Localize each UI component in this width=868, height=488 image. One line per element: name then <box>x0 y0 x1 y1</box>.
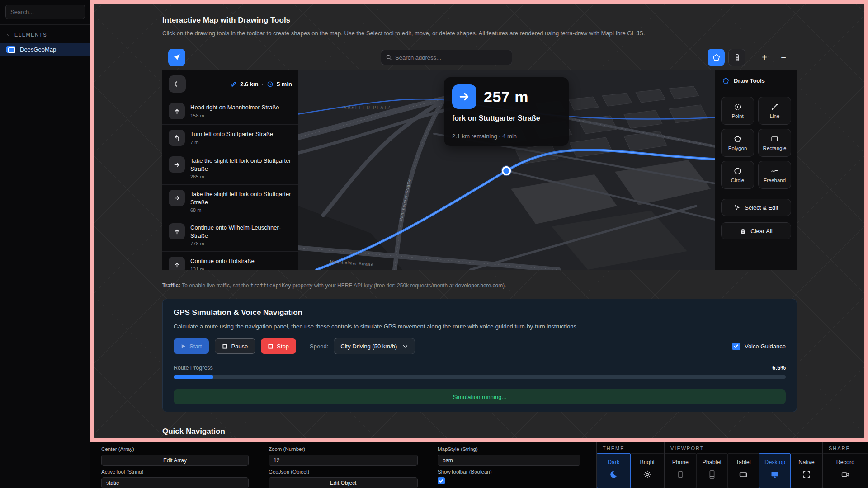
tool-polygon[interactable]: Polygon <box>721 129 754 157</box>
phone-icon <box>676 470 685 479</box>
page-title: Interactive Map with Drawing Tools <box>162 16 290 25</box>
gps-marker <box>503 167 510 175</box>
pause-button[interactable]: Pause <box>215 338 255 354</box>
showtoolbar-checkbox[interactable] <box>438 477 445 484</box>
point-icon <box>733 103 742 111</box>
select-edit-button[interactable]: Select & Edit <box>721 199 791 216</box>
viewport-phone-tile[interactable]: Phone <box>665 453 696 488</box>
draw-tools-toggle-button[interactable] <box>708 49 725 66</box>
progress-fill <box>174 375 213 379</box>
rectangle-icon <box>770 135 779 143</box>
start-button[interactable]: Start <box>174 338 209 354</box>
props-sections: THEME Dark Bright VIEWPORT Phone <box>596 442 868 488</box>
prop-label: Center (Array) <box>101 446 249 452</box>
address-search <box>381 50 512 65</box>
sidebar-search-input[interactable] <box>5 5 85 19</box>
instruction-title: fork on Stuttgarter Straße <box>452 114 561 122</box>
route-step[interactable]: Head right on Mannheimer Straße158 m <box>162 98 298 125</box>
route-steps-list: Head right on Mannheimer Straße158 m Tur… <box>162 98 298 270</box>
divider <box>0 24 90 25</box>
divider <box>751 52 751 63</box>
arrow-left-icon <box>173 80 181 88</box>
pause-icon <box>222 344 227 349</box>
locate-button[interactable] <box>168 49 185 66</box>
tool-freehand[interactable]: Freehand <box>758 161 791 189</box>
search-icon <box>386 54 392 61</box>
chevron-down-icon <box>402 343 408 349</box>
route-summary: 2.6 km · 5 min <box>230 81 292 88</box>
arrow-up-icon <box>173 228 181 235</box>
edit-array-button[interactable]: Edit Array <box>101 455 249 466</box>
viewport-tablet-tile[interactable]: Tablet <box>728 453 760 488</box>
phablet-icon <box>708 470 717 479</box>
divider <box>452 128 561 128</box>
stop-icon <box>268 344 273 349</box>
route-step[interactable]: Turn left onto Stuttgarter Straße7 m <box>162 125 298 151</box>
tool-line[interactable]: Line <box>758 97 791 125</box>
viewport-phablet-tile[interactable]: Phablet <box>696 453 728 488</box>
arrow-right-icon <box>173 194 181 202</box>
route-step[interactable]: Take the slight left fork onto Stuttgart… <box>162 185 298 218</box>
sidebar-item-deesgeomap[interactable]: DeesGeoMap <box>0 43 90 56</box>
clear-all-button[interactable]: Clear All <box>721 222 791 239</box>
gps-description: Calculate a route using the navigation p… <box>174 323 786 330</box>
zoom-in-button[interactable]: + <box>757 50 772 65</box>
map-widget: 2.6 km · 5 min Head right on Mannheimer … <box>162 70 797 270</box>
elements-section-header[interactable]: ELEMENTS <box>0 29 90 40</box>
theme-bright-tile[interactable]: Bright <box>631 453 665 488</box>
arrow-up-icon <box>173 261 181 269</box>
instruction-card: 257 m fork on Stuttgarter Straße 2.1 km … <box>444 77 569 146</box>
tool-point[interactable]: Point <box>721 97 754 125</box>
viewport-desktop-tile[interactable]: Desktop <box>759 453 791 488</box>
share-record-tile[interactable]: Record <box>823 453 868 488</box>
route-step[interactable]: Continue onto Wilhelm-Leuschner-Straße77… <box>162 218 298 252</box>
progress-label: Route Progress <box>174 365 213 371</box>
page-description: Click on the drawing tools in the toolba… <box>162 30 732 37</box>
theme-dark-tile[interactable]: Dark <box>597 453 631 488</box>
speed-select[interactable]: City Driving (50 km/h) <box>334 338 415 354</box>
route-step[interactable]: Continue onto Hofstraße131 m <box>162 252 298 270</box>
map-toolbar: + − <box>162 49 797 67</box>
mapstyle-input[interactable] <box>438 455 580 466</box>
viewport-native-tile[interactable]: Native <box>791 453 822 488</box>
edit-object-button[interactable]: Edit Object <box>269 477 418 488</box>
ruler-icon <box>230 81 237 88</box>
map-place-label: BASELER PLATZ <box>344 105 391 110</box>
props-panel: Center (Array) Edit Array Zoom (Number) … <box>90 442 868 488</box>
voice-guidance-toggle[interactable]: Voice Guidance <box>732 343 786 350</box>
arrow-right-icon <box>452 84 476 109</box>
prop-label: GeoJson (Object) <box>269 469 418 474</box>
viewport-header: VIEWPORT <box>665 442 822 453</box>
tool-circle[interactable]: Circle <box>721 161 754 189</box>
divider <box>258 442 258 488</box>
zoom-out-button[interactable]: − <box>776 50 791 65</box>
story-canvas: Interactive Map with Drawing Tools Click… <box>94 4 864 438</box>
tool-rectangle[interactable]: Rectangle <box>758 129 791 157</box>
gps-title: GPS Simulation & Voice Navigation <box>174 308 786 317</box>
viewport-section: VIEWPORT Phone Phablet Tablet Desktop <box>664 442 822 488</box>
share-section: SHARE Record <box>822 442 868 488</box>
sun-icon <box>643 470 652 479</box>
play-icon <box>181 344 186 349</box>
navigation-arrow-icon <box>173 53 181 61</box>
turn-left-icon <box>173 134 181 142</box>
draw-tools-panel: Draw Tools Point Line Polygon Rectangle <box>715 70 797 270</box>
separator-dot: · <box>262 81 264 88</box>
sidebar-item-label: DeesGeoMap <box>20 46 56 53</box>
pentagon-icon <box>722 77 730 84</box>
component-icon <box>6 46 15 53</box>
stop-button[interactable]: Stop <box>261 338 296 354</box>
route-step[interactable]: Take the slight left fork onto Stuttgart… <box>162 151 298 185</box>
map-style-button[interactable] <box>728 49 745 66</box>
address-search-input[interactable] <box>395 54 507 61</box>
map-canvas[interactable]: BASELER PLATZ Mannheimer Straße Mannheim… <box>298 70 715 270</box>
theme-header: THEME <box>597 442 664 453</box>
developer-here-link[interactable]: developer.here.com <box>455 282 503 289</box>
line-icon <box>770 103 779 111</box>
gps-controls: Start Pause Stop Speed: City Driving (50… <box>174 338 786 354</box>
zoom-input[interactable] <box>269 455 418 466</box>
back-button[interactable] <box>169 75 186 93</box>
activetool-input[interactable] <box>101 477 249 488</box>
sidebar: ELEMENTS DeesGeoMap <box>0 0 90 488</box>
gps-panel: GPS Simulation & Voice Navigation Calcul… <box>162 299 797 412</box>
